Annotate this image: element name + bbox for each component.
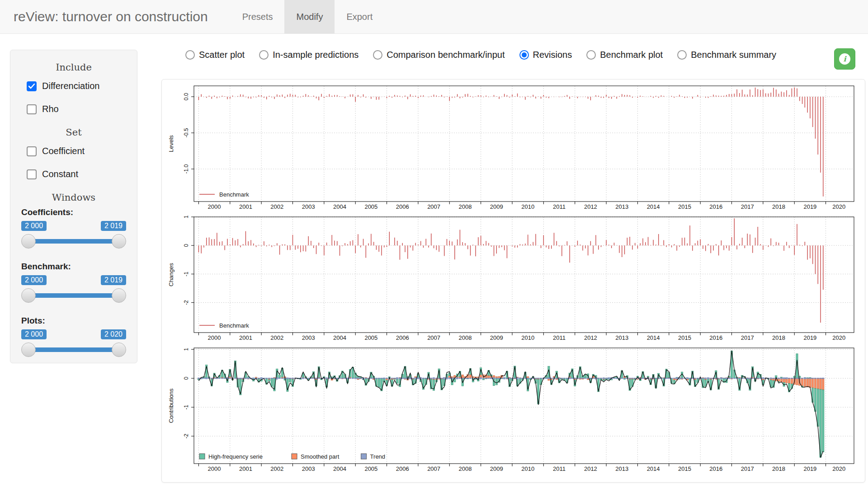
checkbox-label: Rho — [42, 104, 59, 114]
slider-handle-to[interactable] — [112, 234, 126, 249]
changes-chart: 2000200120022003200420052006200720082009… — [166, 214, 861, 345]
svg-text:2000: 2000 — [208, 334, 221, 341]
svg-text:2009: 2009 — [490, 465, 503, 472]
checkbox-rho[interactable]: Rho — [27, 104, 129, 114]
svg-text:2005: 2005 — [364, 203, 377, 210]
svg-text:2019: 2019 — [803, 203, 816, 210]
levels-chart: 2000200120022003200420052006200720082009… — [166, 83, 861, 214]
checkbox-constant[interactable]: Constant — [27, 169, 129, 179]
svg-text:2012: 2012 — [584, 334, 597, 341]
svg-text:2010: 2010 — [521, 334, 534, 341]
radio-benchmark-summary[interactable]: Benchmark summary — [677, 50, 776, 60]
svg-text:2013: 2013 — [615, 465, 628, 472]
slider-to-value: 2 020 — [101, 329, 126, 339]
svg-text:Contributions: Contributions — [168, 388, 175, 423]
svg-text:2007: 2007 — [427, 203, 440, 210]
svg-text:2004: 2004 — [333, 465, 346, 472]
svg-text:2001: 2001 — [239, 203, 252, 210]
svg-text:2019: 2019 — [803, 465, 816, 472]
plot-card: 2000200120022003200420052006200720082009… — [161, 79, 865, 483]
radio-icon — [259, 50, 269, 60]
svg-text:2015: 2015 — [678, 203, 691, 210]
radio-scatter-plot[interactable]: Scatter plot — [185, 50, 245, 60]
slider-track[interactable] — [24, 293, 123, 298]
svg-text:2006: 2006 — [396, 203, 409, 210]
plot-type-radio-group: Scatter plot In-sample predictions Compa… — [185, 50, 776, 60]
tab-export[interactable]: Export — [335, 0, 384, 33]
radio-icon — [586, 50, 596, 60]
radio-label: Benchmark plot — [600, 50, 663, 60]
svg-text:2012: 2012 — [584, 203, 597, 210]
slider-handle-to[interactable] — [112, 288, 126, 303]
svg-text:2008: 2008 — [458, 465, 472, 472]
radio-revisions[interactable]: Revisions — [519, 50, 572, 60]
svg-text:2014: 2014 — [647, 334, 660, 341]
svg-text:2001: 2001 — [239, 334, 252, 341]
svg-text:2004: 2004 — [333, 203, 346, 210]
svg-text:2003: 2003 — [302, 334, 315, 341]
svg-text:Benchmark: Benchmark — [219, 322, 249, 329]
svg-text:2005: 2005 — [364, 334, 377, 341]
radio-benchmark-plot[interactable]: Benchmark plot — [586, 50, 663, 60]
svg-text:0.0: 0.0 — [183, 93, 189, 100]
slider-handle-to[interactable] — [112, 343, 126, 357]
svg-text:2005: 2005 — [364, 465, 377, 472]
benchmark-range-slider[interactable]: 2 000 2 019 — [21, 275, 126, 304]
svg-text:2014: 2014 — [647, 203, 660, 210]
svg-text:2001: 2001 — [239, 465, 252, 472]
tab-modify[interactable]: Modify — [284, 0, 335, 33]
svg-text:2018: 2018 — [772, 334, 785, 341]
slider-handle-from[interactable] — [21, 288, 36, 303]
svg-text:2013: 2013 — [615, 203, 628, 210]
svg-text:2016: 2016 — [709, 334, 722, 341]
checkbox-differenciation[interactable]: Differenciation — [27, 81, 129, 91]
app-title: reView: turnover on construction — [0, 9, 231, 24]
info-button[interactable]: i — [834, 48, 855, 70]
windows-heading: Windows — [19, 192, 129, 203]
plots-slider-label: Plots: — [21, 316, 126, 326]
slider-handle-from[interactable] — [21, 343, 36, 357]
tab-presets[interactable]: Presets — [231, 0, 285, 33]
svg-text:2015: 2015 — [678, 334, 691, 341]
svg-text:2018: 2018 — [772, 203, 785, 210]
slider-track[interactable] — [24, 347, 123, 352]
svg-text:High-frequency serie: High-frequency serie — [208, 453, 263, 460]
svg-text:2009: 2009 — [490, 203, 503, 210]
svg-text:2014: 2014 — [647, 465, 660, 472]
radio-label: Scatter plot — [199, 50, 245, 60]
svg-text:-1: -1 — [183, 272, 189, 277]
svg-text:1: 1 — [183, 215, 189, 218]
app-header: reView: turnover on construction Presets… — [0, 0, 868, 34]
svg-text:2008: 2008 — [458, 203, 472, 210]
svg-text:2003: 2003 — [302, 465, 315, 472]
svg-text:2017: 2017 — [741, 465, 754, 472]
svg-text:2006: 2006 — [396, 334, 409, 341]
svg-text:2002: 2002 — [270, 334, 283, 341]
checkbox-coefficient[interactable]: Coefficient — [27, 146, 129, 156]
svg-text:-0.5: -0.5 — [183, 128, 189, 137]
svg-text:2003: 2003 — [302, 203, 315, 210]
plots-range-slider[interactable]: 2 000 2 020 — [21, 329, 126, 358]
checkbox-label: Differenciation — [42, 81, 99, 91]
svg-text:2013: 2013 — [615, 334, 628, 341]
svg-text:Changes: Changes — [168, 263, 175, 286]
svg-text:2019: 2019 — [803, 334, 816, 341]
svg-text:2020: 2020 — [832, 465, 845, 472]
nav-tabs: Presets Modify Export — [231, 0, 385, 33]
coefficients-range-slider[interactable]: 2 000 2 019 — [21, 221, 126, 250]
checkbox-icon — [27, 169, 37, 179]
svg-text:2012: 2012 — [584, 465, 597, 472]
svg-text:2007: 2007 — [427, 334, 440, 341]
svg-text:2002: 2002 — [270, 465, 283, 472]
svg-text:2007: 2007 — [427, 465, 440, 472]
svg-text:2018: 2018 — [772, 465, 785, 472]
svg-text:2002: 2002 — [270, 203, 283, 210]
controls-sidebar: Include Differenciation Rho Set Coeffici… — [10, 50, 137, 363]
checkbox-icon — [27, 104, 37, 114]
slider-track[interactable] — [24, 239, 123, 244]
radio-in-sample-predictions[interactable]: In-sample predictions — [259, 50, 359, 60]
radio-comparison-benchmark-input[interactable]: Comparison benchmark/input — [373, 50, 505, 60]
slider-handle-from[interactable] — [21, 234, 36, 249]
svg-text:2011: 2011 — [553, 334, 566, 341]
svg-text:2011: 2011 — [553, 203, 566, 210]
